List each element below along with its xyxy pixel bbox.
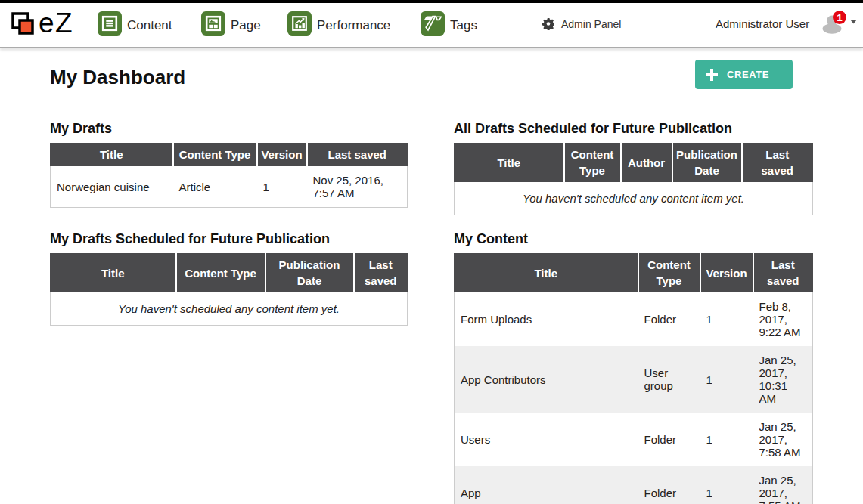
- svg-text:1: 1: [837, 12, 843, 23]
